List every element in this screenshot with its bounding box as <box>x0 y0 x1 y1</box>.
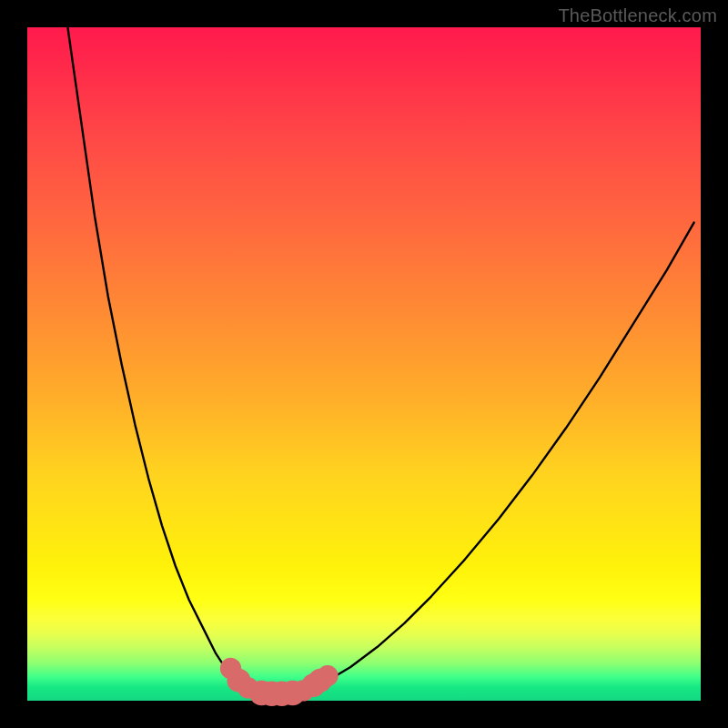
chart-container: TheBottleneck.com <box>0 0 728 728</box>
curve-layer <box>27 27 701 701</box>
watermark-text: TheBottleneck.com <box>558 5 717 26</box>
marker-group <box>220 658 339 706</box>
data-marker <box>317 665 338 686</box>
bottleneck-curve <box>67 27 693 693</box>
